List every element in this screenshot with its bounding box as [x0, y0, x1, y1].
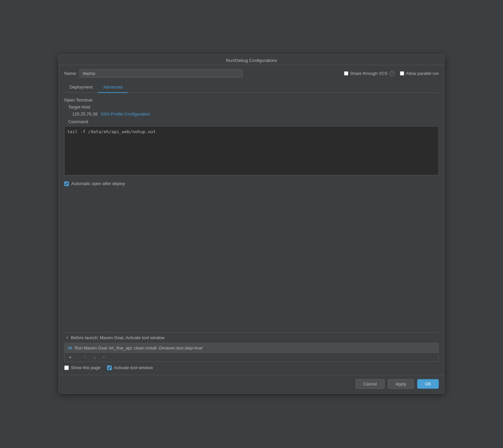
parallel-run-checkbox[interactable] [400, 71, 404, 76]
command-label: Command [64, 119, 439, 124]
show-page-label: Show this page [71, 365, 100, 370]
maven-item[interactable]: m Run Maven Goal 'eh_fine_api: clean ins… [64, 343, 439, 353]
before-launch-header[interactable]: ▼ Before launch: Maven Goal, Activate to… [64, 333, 439, 343]
host-address: 120.25.76.38 [72, 112, 97, 116]
add-button[interactable]: + [67, 354, 73, 360]
ssh-profile-link[interactable]: SSH Profile Configuration [101, 112, 150, 116]
apply-button[interactable]: Apply [388, 379, 414, 389]
dialog-body: Name: Share through VCS ? Allow parallel… [59, 65, 444, 375]
activate-tool-checkbox[interactable] [107, 365, 112, 370]
open-terminal-label: Open Terminal [64, 98, 439, 103]
target-host-section-label: Target Host [64, 105, 439, 110]
auto-open-label: Automatic open after deploy [71, 181, 125, 186]
activate-tool-label: Activate tool window [114, 365, 153, 370]
auto-open-checkbox[interactable] [64, 181, 69, 186]
target-host-row: 120.25.76.38 SSH Profile Configuration [64, 112, 439, 116]
tabs: Deployment Advanced [64, 82, 439, 93]
cancel-button[interactable]: Cancel [356, 379, 384, 389]
share-vcs-label: Share through VCS [350, 71, 388, 76]
dialog-title-bar: Run/Debug Configurations [59, 55, 444, 65]
run-debug-dialog: Run/Debug Configurations Name: Share thr… [59, 54, 444, 394]
before-launch-label: Before launch: Maven Goal, Activate tool… [71, 335, 165, 340]
share-vcs-checkbox[interactable] [344, 71, 348, 76]
name-label: Name: [64, 71, 77, 76]
show-page-checkbox[interactable] [64, 365, 69, 370]
activate-tool-item: Activate tool window [107, 365, 153, 370]
before-launch-toolbar: + − ✎ ▲ ▼ [64, 353, 439, 362]
vcs-options: Share through VCS ? Allow parallel run [344, 71, 439, 76]
move-up-button[interactable]: ▲ [90, 354, 98, 360]
share-vcs-option: Share through VCS ? [344, 71, 395, 76]
tab-deployment[interactable]: Deployment [64, 82, 98, 93]
bottom-checkboxes: Show this page Activate tool window [64, 362, 439, 375]
command-textarea[interactable]: tail -f /data/eh/api_web/nohup.out [64, 126, 439, 175]
auto-open-row: Automatic open after deploy [64, 181, 439, 186]
name-input[interactable] [80, 69, 243, 78]
name-row: Name: Share through VCS ? Allow parallel… [64, 69, 439, 78]
maven-icon: m [68, 345, 72, 350]
dialog-footer: Cancel Apply OK [59, 375, 444, 393]
tab-content-advanced: Open Terminal Target Host 120.25.76.38 S… [64, 93, 439, 332]
tab-advanced[interactable]: Advanced [98, 82, 128, 93]
parallel-run-option: Allow parallel run [400, 71, 439, 76]
dialog-title: Run/Debug Configurations [226, 58, 277, 63]
move-down-button[interactable]: ▼ [100, 354, 108, 360]
parallel-run-label: Allow parallel run [406, 71, 439, 76]
ok-button[interactable]: OK [417, 379, 439, 389]
maven-item-label: Run Maven Goal 'eh_fine_api: clean insta… [75, 345, 203, 350]
edit-button[interactable]: ✎ [82, 354, 89, 360]
help-icon[interactable]: ? [389, 71, 395, 76]
remove-button[interactable]: − [75, 354, 81, 360]
before-launch-chevron: ▼ [66, 336, 69, 339]
show-page-item: Show this page [64, 365, 100, 370]
before-launch-section: ▼ Before launch: Maven Goal, Activate to… [64, 332, 439, 375]
